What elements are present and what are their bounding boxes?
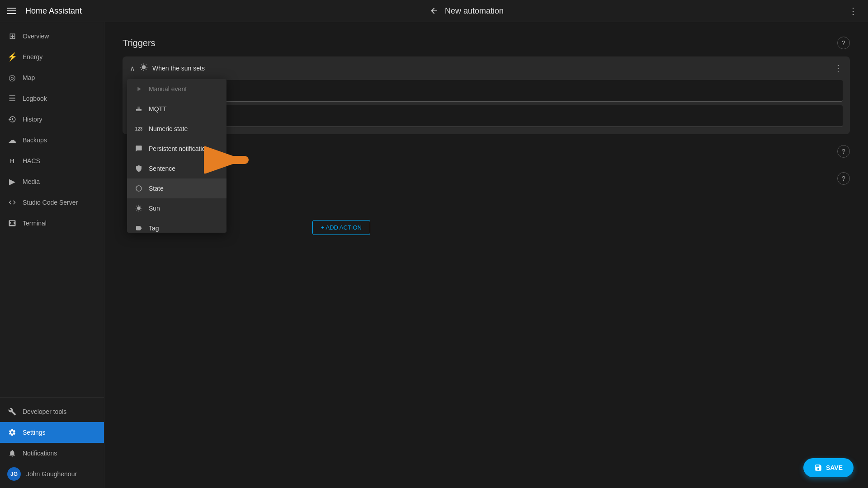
manual-event-icon (134, 84, 143, 94)
topbar: Home Assistant New automation ⋮ (0, 0, 868, 22)
sidebar-item-notifications[interactable]: Notifications (0, 443, 104, 464)
sidebar-item-energy[interactable]: ⚡ Energy (0, 47, 104, 67)
conditions-help-button[interactable]: ? (837, 145, 850, 158)
conditions-help-icon: ? (837, 145, 850, 158)
studio-code-icon (7, 197, 17, 207)
tag-icon (134, 224, 143, 233)
sidebar-item-hacs[interactable]: H HACS (0, 150, 104, 171)
state-icon (134, 184, 143, 193)
energy-icon: ⚡ (7, 52, 17, 62)
trigger-card-header: ∧ When the sun sets ⋮ (123, 56, 850, 80)
content-area: Triggers ? ∧ When the sun sets ⋮ (104, 22, 868, 488)
dropdown-item-label: Tag (149, 225, 159, 232)
mqtt-icon (134, 104, 143, 113)
sidebar-item-backups[interactable]: ☁ Backups (0, 130, 104, 150)
sidebar-item-label: Notifications (23, 450, 57, 457)
sidebar-item-map[interactable]: ◎ Map (0, 67, 104, 88)
history-icon (7, 114, 17, 124)
sidebar: ⊞ Overview ⚡ Energy ◎ Map ☰ Logbook (0, 22, 104, 488)
actions-help-icon: ? (837, 172, 850, 185)
sidebar-item-label: Map (23, 74, 35, 81)
sidebar-item-label: HACS (23, 157, 40, 164)
sidebar-item-label: Overview (23, 33, 49, 40)
dropdown-item-numeric-state[interactable]: 123 Numeric state (127, 119, 226, 139)
sidebar-item-label: Developer tools (23, 408, 66, 415)
sun-icon (134, 204, 143, 213)
user-profile[interactable]: JG John Goughenour (0, 464, 104, 484)
trigger-more-options-button[interactable]: ⋮ (834, 63, 843, 74)
sidebar-item-developer-tools[interactable]: Developer tools (0, 401, 104, 422)
user-name: John Goughenour (26, 470, 77, 478)
sidebar-item-label: Backups (23, 136, 47, 144)
sidebar-item-terminal[interactable]: Terminal (0, 213, 104, 234)
sidebar-item-media[interactable]: ▶ Media (0, 171, 104, 192)
logbook-icon: ☰ (7, 94, 17, 103)
numeric-state-icon: 123 (134, 124, 143, 133)
media-icon: ▶ (7, 177, 17, 187)
dropdown-item-label: Persistent notification (149, 145, 209, 152)
trigger-card: ∧ When the sun sets ⋮ (123, 56, 850, 134)
developer-tools-icon (7, 407, 17, 417)
trigger-input-row-1[interactable] (130, 80, 843, 102)
dropdown-item-label: State (149, 185, 164, 192)
sidebar-item-history[interactable]: History (0, 109, 104, 130)
sidebar-item-label: Terminal (23, 220, 47, 227)
dropdown-item-label: Manual event (149, 85, 187, 93)
menu-icon[interactable] (7, 5, 18, 16)
back-button[interactable] (427, 4, 441, 18)
dropdown-item-label: Sentence (149, 165, 175, 172)
dropdown-item-manual-event[interactable]: Manual event (127, 79, 226, 99)
add-action-button[interactable]: + ADD ACTION (312, 220, 370, 235)
terminal-icon (7, 218, 17, 228)
trigger-input-row-2[interactable] (130, 105, 843, 127)
sidebar-item-label: Energy (23, 53, 42, 61)
dropdown-item-tag[interactable]: Tag (127, 218, 226, 233)
save-button[interactable]: SAVE (803, 458, 854, 477)
sidebar-item-label: History (23, 116, 42, 123)
sidebar-item-label: Media (23, 178, 40, 185)
actions-help-button[interactable]: ? (837, 172, 850, 185)
trigger-chevron-icon[interactable]: ∧ (130, 64, 135, 73)
notifications-icon (7, 448, 17, 458)
page-title: New automation (441, 6, 846, 16)
more-options-button[interactable]: ⋮ (846, 4, 861, 18)
map-icon: ◎ (7, 73, 17, 83)
trigger-sun-icon (140, 63, 148, 74)
trigger-card-title: When the sun sets (152, 65, 829, 72)
app-title: Home Assistant (25, 6, 427, 16)
sidebar-bottom: Developer tools Settings Notifications (0, 397, 104, 488)
sidebar-item-label: Settings (23, 429, 46, 436)
sidebar-item-overview[interactable]: ⊞ Overview (0, 26, 104, 47)
dropdown-item-mqtt[interactable]: MQTT (127, 99, 226, 119)
dropdown-item-label: MQTT (149, 105, 167, 113)
sidebar-item-label: Logbook (23, 95, 47, 102)
sidebar-item-label: Studio Code Server (23, 199, 78, 206)
sidebar-item-logbook[interactable]: ☰ Logbook (0, 88, 104, 109)
main-layout: ⊞ Overview ⚡ Energy ◎ Map ☰ Logbook (0, 22, 868, 488)
hacs-icon: H (7, 156, 17, 166)
triggers-title: Triggers (123, 38, 156, 48)
dropdown-item-state[interactable]: State (127, 178, 226, 198)
triggers-group: Triggers ? ∧ When the sun sets ⋮ (123, 37, 850, 134)
dropdown-item-label: Numeric state (149, 125, 188, 132)
sentence-icon (134, 164, 143, 173)
overview-icon: ⊞ (7, 31, 17, 41)
persistent-notification-icon (134, 144, 143, 153)
arrow-annotation (204, 146, 258, 175)
sidebar-item-studio-code-server[interactable]: Studio Code Server (0, 192, 104, 213)
settings-icon (7, 427, 17, 437)
dropdown-item-label: Sun (149, 205, 160, 212)
sidebar-item-settings[interactable]: Settings (0, 422, 104, 443)
avatar: JG (7, 467, 21, 481)
sidebar-nav: ⊞ Overview ⚡ Energy ◎ Map ☰ Logbook (0, 22, 104, 397)
backups-icon: ☁ (7, 135, 17, 145)
triggers-help-button[interactable]: ? (837, 37, 850, 49)
trigger-card-body (123, 80, 850, 134)
triggers-header: Triggers ? (123, 37, 850, 49)
dropdown-item-sun[interactable]: Sun (127, 198, 226, 218)
